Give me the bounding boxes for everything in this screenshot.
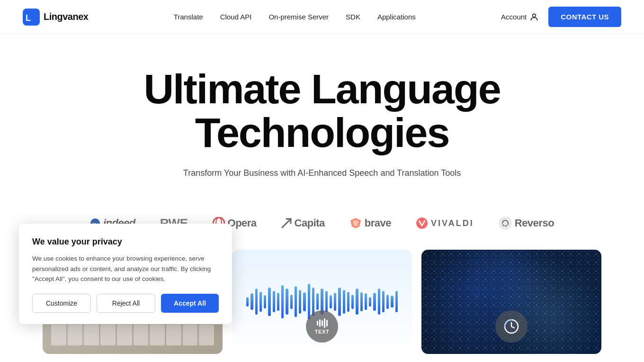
cookie-banner: We value your privacy We use cookies to … — [19, 224, 232, 324]
logo-link[interactable]: L Lingvanex — [23, 9, 88, 26]
ai-icon-button[interactable] — [495, 310, 528, 343]
logo-capita: Capita — [281, 217, 325, 229]
account-link[interactable]: Account — [501, 12, 539, 22]
wave-icon-inner: TEXT — [315, 318, 329, 335]
wave-bar — [365, 293, 367, 310]
key — [117, 325, 132, 345]
wave-bar — [273, 291, 275, 312]
svg-text:L: L — [26, 13, 31, 23]
wave-bar — [308, 284, 310, 319]
wave-bar — [356, 289, 358, 315]
key — [100, 325, 116, 345]
wave-bar — [255, 289, 258, 315]
cookie-actions: Customize Reject All Accept All — [32, 294, 219, 313]
bar-sm — [319, 319, 321, 327]
nav-cloud-api[interactable]: Cloud API — [220, 13, 252, 21]
speech-to-text-button[interactable]: TEXT — [306, 310, 338, 343]
text-label: TEXT — [315, 329, 329, 335]
key — [150, 325, 165, 345]
user-icon — [529, 12, 539, 22]
key — [84, 325, 99, 345]
wave-bar — [250, 293, 253, 310]
wave-bar — [382, 291, 385, 312]
bar-sm — [324, 318, 325, 328]
wave-bar — [338, 288, 340, 316]
wave-bar — [303, 292, 305, 311]
wave-bar — [391, 296, 393, 308]
logo-text: Lingvanex — [44, 11, 88, 22]
wave-bars-small — [317, 318, 328, 328]
wave-bar — [290, 295, 293, 309]
clock-icon — [503, 318, 519, 335]
cookie-body: We use cookies to enhance your browsing … — [32, 253, 219, 284]
wave-bar — [347, 292, 349, 312]
wave-bar — [351, 295, 354, 309]
key — [68, 325, 83, 345]
nav-on-premise[interactable]: On-premise Server — [268, 13, 329, 21]
logo-brave: brave — [349, 217, 391, 229]
cookie-title: We value your privacy — [32, 237, 219, 247]
wave-bar — [281, 285, 284, 318]
wave-bar — [295, 286, 297, 317]
vivaldi-icon — [416, 217, 428, 229]
contact-us-button[interactable]: CONTACT US — [548, 7, 621, 27]
nav-links: Translate Cloud API On-premise Server SD… — [174, 13, 416, 21]
svg-point-2 — [533, 14, 536, 17]
nav-sdk[interactable]: SDK — [346, 13, 360, 21]
wave-bar — [299, 290, 301, 314]
key — [199, 325, 214, 345]
navbar: L Lingvanex Translate Cloud API On-premi… — [0, 0, 644, 34]
card-wave: TEXT — [232, 250, 412, 354]
wave-bar — [330, 295, 332, 308]
wave-bar — [277, 293, 279, 311]
svg-point-10 — [416, 217, 428, 229]
bar-sm — [326, 320, 328, 326]
svg-point-11 — [499, 217, 511, 229]
bar-sm — [322, 320, 323, 326]
brave-icon — [349, 217, 362, 229]
wave-bar — [316, 293, 319, 310]
wave-bar — [268, 288, 270, 316]
logo-icon: L — [23, 9, 40, 26]
wave-bar — [395, 291, 398, 312]
logo-reverso: Reverso — [499, 217, 554, 230]
key — [134, 325, 149, 345]
bar-sm — [317, 321, 318, 326]
wave-bar — [286, 289, 288, 315]
logo-vivaldi: VIVALDI — [416, 217, 474, 229]
wave-bar — [264, 295, 266, 308]
wave-bar — [378, 289, 380, 315]
wave-bar — [334, 293, 336, 311]
wave-bar — [386, 295, 389, 309]
wave-bar — [373, 293, 376, 311]
nav-translate[interactable]: Translate — [174, 13, 203, 21]
svg-line-7 — [282, 219, 291, 227]
capita-icon — [281, 218, 292, 228]
hero-section: Ultimate Language Technologies Transform… — [0, 34, 644, 202]
accept-all-button[interactable]: Accept All — [161, 294, 219, 313]
hero-subtitle: Transform Your Business with AI-Enhanced… — [180, 168, 464, 178]
wave-bar — [343, 290, 345, 314]
wave-bar — [259, 292, 262, 312]
wave-bar — [369, 297, 371, 307]
account-label: Account — [501, 13, 527, 21]
key — [166, 325, 181, 345]
card-dark — [421, 250, 601, 354]
wave-bar — [360, 292, 363, 311]
wave-bar — [246, 297, 249, 307]
key — [51, 325, 66, 345]
customize-button[interactable]: Customize — [32, 294, 91, 313]
reject-all-button[interactable]: Reject All — [97, 294, 155, 313]
hero-title: Ultimate Language Technologies — [128, 67, 516, 155]
key — [183, 325, 198, 345]
wave-bar — [325, 291, 328, 312]
reverso-icon — [499, 217, 512, 230]
nav-right: Account CONTACT US — [501, 7, 621, 27]
nav-applications[interactable]: Applications — [377, 13, 416, 21]
